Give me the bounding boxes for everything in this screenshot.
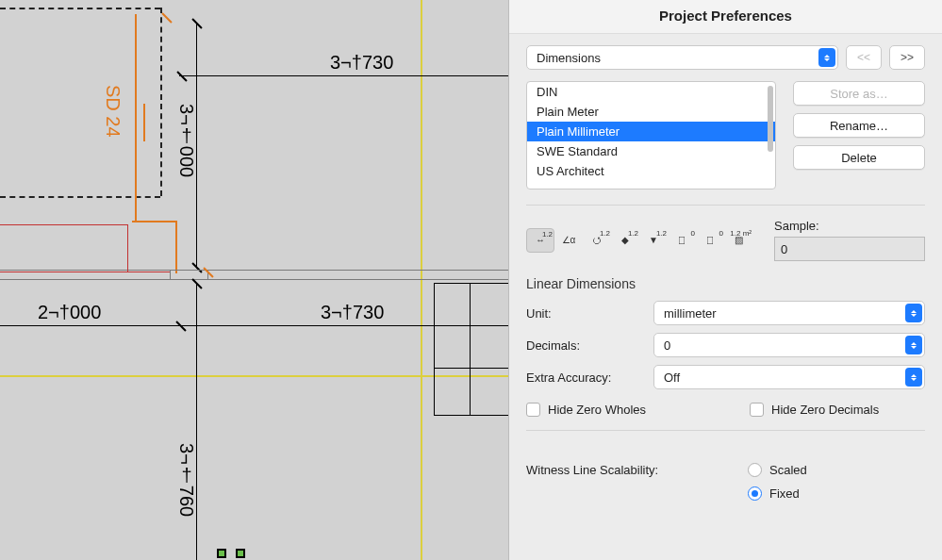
table-border (434, 283, 508, 284)
list-item-selected[interactable]: Plain Millimeter (527, 122, 775, 141)
extra-accuracy-select[interactable]: Off (653, 365, 925, 389)
hide-zero-decimals-checkbox[interactable] (750, 403, 764, 417)
boundary-dashed (0, 8, 160, 9)
dimtype-window-icon[interactable]: ⎕0 (696, 228, 724, 253)
divider (526, 205, 925, 206)
dim-tick (191, 262, 202, 272)
dim-label-3730: 3¬†730 (330, 52, 393, 74)
chevron-updown-icon (905, 304, 922, 322)
red-wall (0, 272, 170, 272)
table-border (434, 368, 508, 369)
decimals-value: 0 (664, 338, 670, 353)
panel-title: Project Preferences (509, 0, 942, 34)
grid-hline (0, 375, 508, 377)
hide-zero-wholes-label: Hide Zero Wholes (548, 403, 646, 417)
dimtype-level-icon[interactable]: ◆1.2 (611, 228, 639, 253)
dimtype-linear-icon[interactable]: ↔1.2 (526, 228, 554, 253)
list-item[interactable]: SWE Standard (527, 141, 775, 161)
dim-line (0, 325, 508, 326)
list-item[interactable]: Plain Meter (527, 102, 775, 122)
dim-label-2000: 2¬†000 (38, 302, 101, 323)
sample-value: 0 (781, 242, 787, 256)
grid-vline (421, 0, 422, 560)
table-border (470, 283, 471, 415)
section-heading-linear: Linear Dimensions (509, 267, 942, 297)
dim-tick (191, 18, 202, 28)
boundary-dashed (160, 8, 162, 196)
table-border (434, 415, 508, 416)
chevron-updown-icon (905, 368, 922, 387)
orange-marker (135, 14, 137, 222)
dim-tick (175, 321, 186, 331)
scheme-listbox[interactable]: DIN Plain Meter Plain Millimeter SWE Sta… (526, 81, 776, 189)
dimtype-angular-icon[interactable]: ∠α (554, 228, 583, 253)
store-as-button[interactable]: Store as… (793, 81, 925, 106)
unit-label: Unit: (526, 306, 653, 321)
orange-tick (161, 12, 172, 23)
dimtype-elev-icon[interactable]: ▼1.2 (639, 228, 668, 253)
dim-label-3000: 3¬†000 (175, 104, 197, 177)
radio-scaled[interactable] (748, 463, 762, 477)
dim-line (179, 75, 508, 76)
dimtype-area-icon[interactable]: ▨1.2 m² (724, 228, 752, 253)
witness-label: Witness Line Scalability: (526, 463, 748, 477)
extra-accuracy-label: Extra Accuracy: (526, 371, 653, 385)
wall (170, 270, 171, 279)
dim-label-3730-mid: 3¬†730 (321, 302, 384, 323)
decimals-label: Decimals: (526, 338, 653, 353)
rename-button[interactable]: Rename… (793, 113, 925, 138)
divider (526, 430, 925, 431)
delete-button[interactable]: Delete (793, 145, 925, 170)
wall (0, 270, 508, 271)
prev-button[interactable]: << (846, 45, 882, 70)
table-border (434, 325, 508, 326)
next-button[interactable]: >> (889, 45, 925, 70)
list-item[interactable]: DIN (527, 82, 775, 102)
scrollbar[interactable] (768, 86, 773, 152)
dim-tick (191, 278, 202, 288)
orange-marker (143, 104, 145, 141)
extra-accuracy-value: Off (664, 371, 680, 385)
chevron-updown-icon (818, 48, 835, 67)
dim-tick (176, 71, 187, 81)
preferences-panel: Project Preferences Dimensions << >> DIN… (508, 0, 942, 560)
radio-fixed[interactable] (748, 486, 762, 501)
red-wall (127, 224, 128, 272)
dim-line (196, 283, 197, 560)
sample-label: Sample: (774, 219, 925, 233)
radio-fixed-label: Fixed (769, 486, 800, 501)
decimals-select[interactable]: 0 (653, 333, 925, 357)
sample-output: 0 (774, 237, 925, 261)
unit-value: millimeter (664, 306, 717, 321)
hide-zero-decimals-label: Hide Zero Decimals (771, 403, 879, 417)
list-item[interactable]: US Architect (527, 161, 775, 181)
orange-corner (132, 221, 177, 222)
table-border (434, 283, 435, 415)
unit-select[interactable]: millimeter (653, 301, 925, 325)
selection-handle[interactable] (236, 549, 245, 558)
wall (0, 279, 508, 280)
dim-label-sd24: SD 24 (102, 85, 124, 138)
chevron-updown-icon (905, 336, 922, 354)
radio-scaled-label: Scaled (769, 463, 807, 477)
cad-canvas[interactable]: SD 24 3¬†000 3¬†730 2¬†000 3¬†730 3¬†760 (0, 0, 508, 560)
hide-zero-wholes-checkbox[interactable] (526, 403, 540, 417)
red-wall (0, 224, 127, 225)
category-value: Dimensions (537, 51, 601, 65)
category-select[interactable]: Dimensions (526, 45, 838, 70)
orange-corner (175, 221, 177, 273)
dim-label-3760: 3¬†760 (175, 443, 197, 517)
dimtype-door-icon[interactable]: ⎕0 (668, 228, 696, 253)
dimtype-radial-icon[interactable]: ⭯1.2 (583, 228, 611, 253)
selection-handle[interactable] (217, 549, 226, 558)
